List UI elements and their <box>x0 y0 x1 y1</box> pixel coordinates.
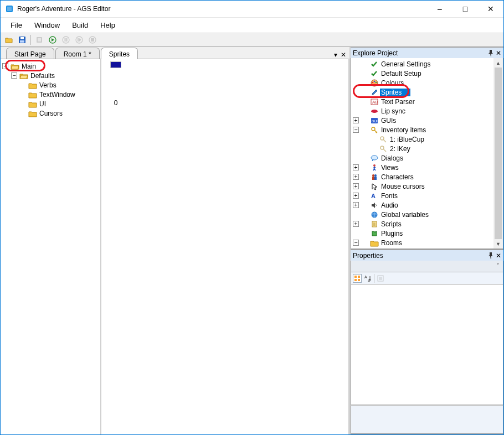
tree-row-verbs[interactable]: Verbs <box>2 80 99 90</box>
tree-row-ui[interactable]: UI <box>2 99 99 108</box>
svg-rect-9 <box>65 38 66 42</box>
svg-point-16 <box>372 81 374 83</box>
run-button[interactable] <box>47 34 59 46</box>
tree-row-rooms[interactable]: −Rooms <box>352 238 502 247</box>
scroll-up-icon[interactable]: ▲ <box>493 58 503 68</box>
tree-row-dialogs[interactable]: Dialogs <box>352 153 502 163</box>
close-icon[interactable]: ✕ <box>496 49 501 57</box>
minimize-button[interactable]: – <box>427 1 452 17</box>
tree-row-text-parser[interactable]: ABText Parser <box>352 97 502 106</box>
tree-row-global-variables[interactable]: Global variables <box>352 210 502 219</box>
tree-row-textwindow[interactable]: TextWindow <box>2 90 99 99</box>
svg-rect-6 <box>38 38 41 42</box>
properties-grid[interactable] <box>351 284 503 405</box>
properties-object-selector[interactable]: ˅ <box>351 261 503 272</box>
tree-row-scripts[interactable]: +Scripts <box>352 219 502 229</box>
svg-rect-36 <box>354 276 357 278</box>
stop-button[interactable] <box>86 34 99 46</box>
step-button[interactable] <box>73 34 85 46</box>
tree-row-general-settings[interactable]: General Settings <box>352 59 502 69</box>
explore-tree[interactable]: General Settings Default Setup Colours S… <box>351 58 503 249</box>
tree-row-sprites[interactable]: Sprites <box>352 87 502 97</box>
tree-row-default-setup[interactable]: Default Setup <box>352 69 502 78</box>
explore-panel-header[interactable]: Explore Project ✕ <box>351 47 503 58</box>
scroll-down-icon[interactable]: ▼ <box>493 239 503 248</box>
expander-plus-icon[interactable]: + <box>353 193 359 199</box>
tree-row-inv-bluecup[interactable]: 1: iBlueCup <box>352 134 502 144</box>
tab-start-page[interactable]: Start Page <box>6 48 54 59</box>
menu-build[interactable]: Build <box>66 19 94 32</box>
folder-open-icon <box>19 71 28 80</box>
properties-panel-header[interactable]: Properties ✕ <box>351 250 503 261</box>
expander-minus-icon[interactable]: − <box>353 127 359 133</box>
tree-row-cursors[interactable]: Cursors <box>2 108 99 118</box>
expander-minus-icon[interactable]: − <box>2 63 8 69</box>
font-icon: A <box>370 191 379 200</box>
folder-icon <box>28 81 37 90</box>
window-title: Roger's Adventure - AGS Editor <box>17 5 110 13</box>
folder-icon <box>28 109 37 118</box>
open-button[interactable] <box>3 34 15 46</box>
tree-row-guis[interactable]: +GUIGUIs <box>352 116 502 125</box>
expander-plus-icon[interactable]: + <box>353 221 359 227</box>
expander-plus-icon[interactable]: + <box>353 202 359 208</box>
scrollbar[interactable]: ▲ ▼ <box>493 58 503 248</box>
build-button[interactable] <box>33 34 45 46</box>
svg-point-21 <box>371 110 378 113</box>
tab-close-icon[interactable]: ✕ <box>341 51 346 59</box>
sprite-folder-tree[interactable]: − Main − Defaults Verbs <box>1 59 101 434</box>
tree-row-fonts[interactable]: +AFonts <box>352 191 502 200</box>
svg-point-17 <box>374 80 376 82</box>
pin-icon[interactable] <box>488 252 493 259</box>
pause-button[interactable] <box>60 34 72 46</box>
save-button[interactable] <box>16 34 28 46</box>
lips-icon <box>370 107 379 116</box>
text-icon: AB <box>370 97 379 106</box>
tree-row-main[interactable]: − Main <box>2 61 99 71</box>
sprite-thumbnails[interactable]: 0 <box>101 59 349 434</box>
tree-row-views[interactable]: +Views <box>352 163 502 172</box>
close-icon[interactable]: ✕ <box>496 252 501 260</box>
sprites-document: − Main − Defaults Verbs <box>1 59 349 434</box>
expander-minus-icon[interactable]: − <box>11 72 17 79</box>
scrollbar-thumb[interactable] <box>495 68 502 239</box>
tab-room1[interactable]: Room 1 * <box>55 48 100 59</box>
menu-window[interactable]: Window <box>29 19 65 32</box>
tab-sprites[interactable]: Sprites <box>101 48 138 59</box>
menu-file[interactable]: File <box>5 19 28 32</box>
close-button[interactable]: ✕ <box>478 1 503 17</box>
person-walk-icon <box>370 163 379 172</box>
tree-row-audio[interactable]: +Audio <box>352 200 502 210</box>
tree-row-characters[interactable]: +Characters <box>352 172 502 182</box>
tree-row-plugins[interactable]: Plugins <box>352 229 502 238</box>
app-icon <box>5 4 14 13</box>
expander-plus-icon[interactable]: + <box>353 183 359 189</box>
tab-dropdown-icon[interactable]: ▾ <box>334 51 337 59</box>
expander-minus-icon[interactable]: − <box>353 240 359 246</box>
gui-icon: GUI <box>370 116 379 125</box>
expander-plus-icon[interactable]: + <box>353 117 359 123</box>
alphabetical-icon[interactable]: AZ <box>364 275 372 282</box>
pin-icon[interactable] <box>488 50 493 56</box>
sprite-item-0[interactable]: 0 <box>110 61 121 107</box>
maximize-button[interactable]: □ <box>452 1 478 17</box>
tree-row-defaults[interactable]: − Defaults <box>2 71 99 80</box>
categorized-icon[interactable] <box>353 274 362 283</box>
tree-row-inv-key[interactable]: 2: iKey <box>352 144 502 153</box>
title-bar: Roger's Adventure - AGS Editor – □ ✕ <box>1 1 503 17</box>
svg-rect-1 <box>7 7 12 11</box>
cursor-icon <box>370 182 379 191</box>
tree-row-inventory[interactable]: −Inventory items <box>352 125 502 134</box>
tree-row-lip-sync[interactable]: Lip sync <box>352 106 502 116</box>
events-icon[interactable] <box>377 275 384 282</box>
svg-rect-32 <box>374 177 377 180</box>
menu-help[interactable]: Help <box>95 19 121 32</box>
svg-rect-3 <box>20 37 24 39</box>
tree-row-colours[interactable]: Colours <box>352 78 502 87</box>
svg-point-29 <box>372 174 374 177</box>
expander-plus-icon[interactable]: + <box>353 164 359 170</box>
tree-label-verbs: Verbs <box>38 81 58 89</box>
expander-plus-icon[interactable]: + <box>353 174 359 180</box>
toolbar <box>1 33 503 47</box>
tree-row-mouse-cursors[interactable]: +Mouse cursors <box>352 182 502 191</box>
